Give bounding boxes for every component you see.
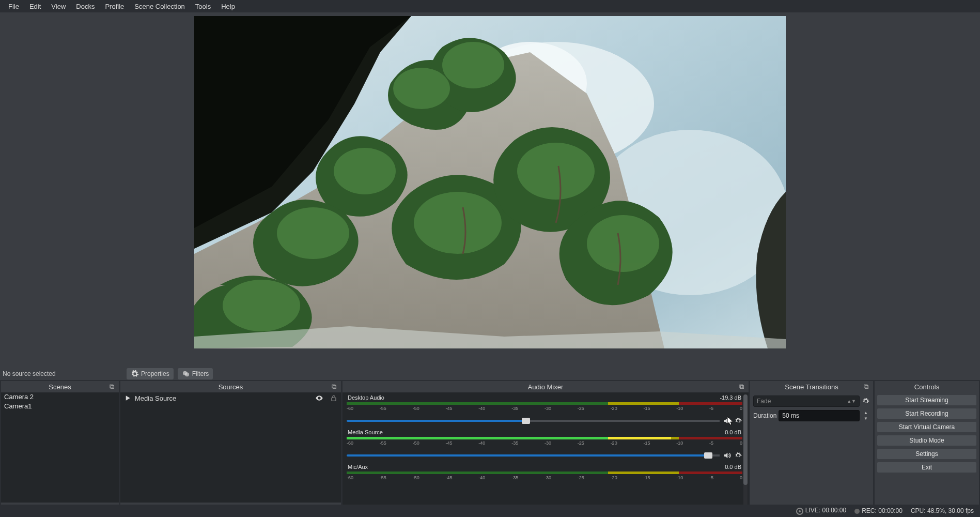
preview-area (0, 12, 980, 368)
track-db: 0.0 dB (725, 464, 741, 470)
start-recording-button[interactable]: Start Recording (877, 408, 977, 419)
menu-view[interactable]: View (46, 1, 71, 12)
transition-select[interactable]: Fade ▲▼ (753, 396, 860, 407)
lock-icon[interactable] (330, 394, 338, 402)
menu-bar: File Edit View Docks Profile Scene Colle… (0, 0, 980, 12)
visibility-icon[interactable] (315, 394, 323, 402)
status-bar: LIVE: 00:00:00 REC: 00:00:00 CPU: 48.5%,… (0, 505, 980, 517)
scenes-header[interactable]: Scenes ⧉ (1, 381, 119, 392)
duration-label: Duration (753, 412, 776, 419)
volume-slider[interactable] (347, 454, 720, 457)
popout-icon[interactable]: ⧉ (739, 383, 746, 390)
popout-icon[interactable]: ⧉ (332, 383, 339, 390)
svg-point-10 (587, 215, 659, 272)
play-icon (123, 394, 132, 402)
popout-icon[interactable]: ⧉ (864, 383, 871, 390)
audio-meter: -60-55-50-45-40-35-30-25-20-15-10-50 (347, 401, 742, 413)
menu-tools[interactable]: Tools (190, 1, 216, 12)
svg-point-6 (334, 148, 396, 194)
volume-slider[interactable] (347, 420, 720, 422)
mixer-title: Audio Mixer (528, 383, 564, 391)
sources-panel: Sources ⧉ Media Source (120, 381, 341, 517)
dock-area: Scenes ⧉ Camera 2 Camera1 Sources ⧉ Medi… (0, 380, 980, 517)
start-virtual-camera-button[interactable]: Start Virtual Camera (877, 421, 977, 433)
controls-header[interactable]: Controls (875, 381, 979, 392)
popout-icon[interactable]: ⧉ (110, 383, 117, 390)
transitions-header[interactable]: Scene Transitions ⧉ (750, 381, 873, 392)
scene-item[interactable]: Camera1 (1, 402, 119, 411)
scrollbar[interactable] (743, 394, 748, 515)
properties-label: Properties (141, 370, 169, 377)
audio-meter: -60-55-50-45-40-35-30-25-20-15-10-50 (347, 470, 742, 482)
svg-point-9 (517, 143, 595, 200)
track-name: Mic/Aux (348, 464, 368, 470)
sources-header[interactable]: Sources ⧉ (120, 381, 341, 392)
controls-panel: Controls Start Streaming Start Recording… (875, 381, 979, 517)
gear-icon[interactable] (734, 417, 742, 425)
track-db: 0.0 dB (725, 429, 741, 435)
transitions-title: Scene Transitions (785, 383, 838, 391)
mixer-track: Media Source0.0 dB-60-55-50-45-40-35-30-… (347, 429, 742, 461)
svg-point-4 (393, 68, 450, 109)
controls-body: Start Streaming Start Recording Start Vi… (875, 392, 979, 475)
sources-list[interactable]: Media Source (120, 392, 341, 503)
gear-icon[interactable] (862, 397, 870, 405)
transition-value: Fade (757, 398, 771, 405)
menu-file[interactable]: File (3, 1, 24, 12)
source-item[interactable]: Media Source (120, 392, 341, 404)
scenes-panel: Scenes ⧉ Camera 2 Camera1 (1, 381, 119, 517)
duration-input[interactable]: 50 ms (779, 410, 860, 421)
settings-button[interactable]: Settings (877, 448, 977, 460)
mixer-body: Desktop Audio-19.3 dB-60-55-50-45-40-35-… (343, 392, 749, 517)
record-dot-icon (854, 509, 860, 514)
chevron-down-icon[interactable]: ▼ (862, 416, 870, 421)
menu-profile[interactable]: Profile (100, 1, 129, 12)
speaker-icon[interactable] (723, 417, 731, 425)
track-db: -19.3 dB (720, 394, 741, 401)
properties-button[interactable]: Properties (127, 368, 174, 379)
menu-scene-collection[interactable]: Scene Collection (129, 1, 190, 12)
studio-mode-button[interactable]: Studio Mode (877, 435, 977, 446)
menu-docks[interactable]: Docks (71, 1, 100, 12)
broadcast-icon (796, 508, 803, 515)
mixer-track: Desktop Audio-19.3 dB-60-55-50-45-40-35-… (347, 394, 742, 426)
exit-button[interactable]: Exit (877, 462, 977, 473)
svg-point-11 (223, 280, 300, 331)
transitions-body: Fade ▲▼ Duration 50 ms ▲▼ (750, 392, 873, 424)
mixer-track: Mic/Aux0.0 dB-60-55-50-45-40-35-30-25-20… (347, 464, 742, 482)
gear-icon (131, 370, 139, 378)
preview-canvas[interactable] (194, 16, 786, 348)
menu-edit[interactable]: Edit (24, 1, 46, 12)
filters-button[interactable]: Filters (178, 368, 213, 379)
svg-point-5 (442, 42, 504, 88)
live-status: LIVE: 00:00:00 (796, 507, 846, 515)
gear-icon[interactable] (734, 451, 742, 460)
scrollbar-thumb[interactable] (743, 394, 748, 485)
svg-point-8 (414, 192, 502, 254)
track-name: Desktop Audio (348, 394, 384, 401)
source-status: No source selected (3, 370, 122, 377)
chevron-up-icon[interactable]: ▲ (862, 410, 870, 416)
scene-item[interactable]: Camera 2 (1, 392, 119, 402)
filters-label: Filters (192, 370, 209, 377)
audio-meter: -60-55-50-45-40-35-30-25-20-15-10-50 (347, 435, 742, 448)
track-name: Media Source (348, 429, 383, 435)
chevron-updown-icon: ▲▼ (847, 399, 856, 403)
menu-help[interactable]: Help (216, 1, 240, 12)
start-streaming-button[interactable]: Start Streaming (877, 394, 977, 406)
speaker-icon[interactable] (723, 451, 731, 460)
controls-title: Controls (914, 383, 939, 391)
mixer-header[interactable]: Audio Mixer ⧉ (343, 381, 749, 392)
scenes-list[interactable]: Camera 2 Camera1 (1, 392, 119, 503)
audio-mixer-panel: Audio Mixer ⧉ Desktop Audio-19.3 dB-60-5… (343, 381, 749, 517)
svg-point-13 (185, 372, 189, 376)
scenes-title: Scenes (49, 383, 71, 391)
source-label: Media Source (135, 394, 176, 402)
svg-rect-14 (332, 398, 336, 401)
duration-spinner[interactable]: ▲▼ (862, 410, 870, 421)
rec-status: REC: 00:00:00 (854, 507, 903, 514)
cpu-status: CPU: 48.5%, 30.00 fps (911, 507, 974, 514)
sources-title: Sources (219, 383, 243, 391)
filters-icon (182, 370, 190, 378)
source-toolbar: No source selected Properties Filters (0, 368, 980, 380)
